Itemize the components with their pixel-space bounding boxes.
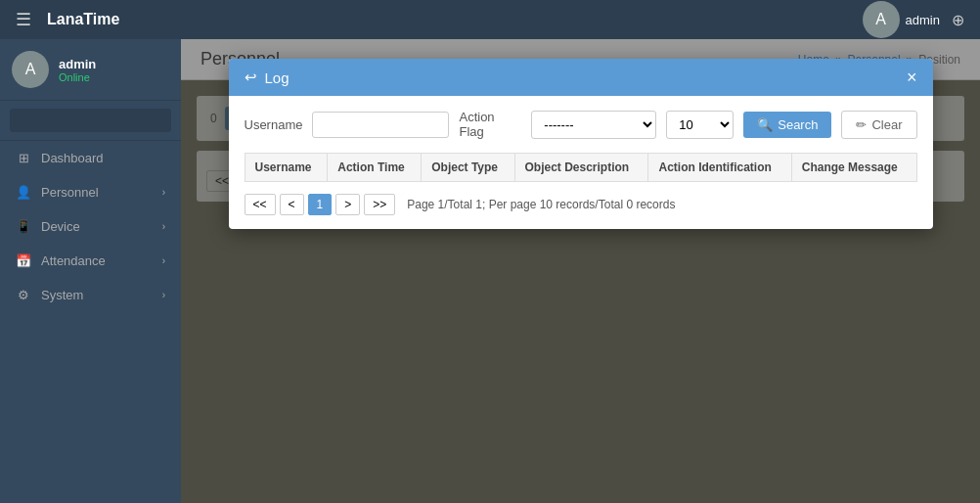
top-navigation: ☰ LanaTime A admin ⊕ [0, 0, 980, 39]
table-header: Username Action Time Object Type Object … [245, 154, 916, 182]
top-avatar: A [863, 1, 900, 38]
username-label: Username [245, 117, 303, 132]
modal-pagination-info: Page 1/Total 1; Per page 10 records/Tota… [407, 198, 675, 211]
share-icon[interactable]: ⊕ [952, 11, 964, 29]
col-action-time: Action Time [328, 154, 422, 182]
col-change-msg: Change Message [791, 154, 916, 182]
user-menu[interactable]: A admin [863, 1, 940, 38]
col-username: Username [245, 154, 328, 182]
modal-header: ↩ Log × [229, 59, 933, 96]
device-icon: 📱 [16, 219, 31, 234]
modal-overlay: ↩ Log × Username Action Flag ------- Cr [181, 39, 980, 503]
sidebar-item-label: System [41, 288, 83, 302]
sidebar: A admin Online ⊞ Dashboard 👤 Personnel ›… [0, 39, 181, 503]
search-icon: 🔍 [757, 117, 773, 132]
chevron-right-icon: › [162, 255, 165, 266]
log-table: Username Action Time Object Type Object … [245, 153, 917, 182]
modal-filter-row: Username Action Flag ------- Create Upda… [245, 110, 917, 139]
sidebar-item-personnel[interactable]: 👤 Personnel › [0, 175, 181, 209]
modal-clear-button[interactable]: ✏ Clear [841, 111, 916, 139]
modal-close-button[interactable]: × [907, 69, 917, 86]
modal-pag-last[interactable]: >> [364, 194, 395, 215]
sidebar-item-device[interactable]: 📱 Device › [0, 209, 181, 244]
sidebar-item-attendance[interactable]: 📅 Attendance › [0, 244, 181, 278]
log-modal: ↩ Log × Username Action Flag ------- Cr [229, 59, 933, 229]
sidebar-search-input[interactable] [10, 109, 171, 132]
per-page-select[interactable]: 10 25 50 100 [666, 111, 734, 139]
sidebar-item-label: Attendance [41, 253, 106, 268]
personnel-icon: 👤 [16, 185, 31, 200]
table-header-row: Username Action Time Object Type Object … [245, 154, 916, 182]
col-object-type: Object Type [422, 154, 514, 182]
modal-search-button[interactable]: 🔍 Search [743, 112, 831, 138]
top-username: admin [906, 13, 940, 27]
main-content: Personnel Home » Personnel » Position 0 … [181, 39, 980, 503]
sidebar-username: admin [59, 57, 96, 71]
col-object-desc: Object Description [514, 154, 648, 182]
modal-pagination: << < 1 > >> Page 1/Total 1; Per page 10 … [245, 194, 917, 215]
modal-pag-page[interactable]: 1 [308, 194, 333, 215]
hamburger-icon[interactable]: ☰ [16, 9, 31, 30]
chevron-right-icon: › [162, 187, 165, 198]
col-action-id: Action Identification [648, 154, 791, 182]
dashboard-icon: ⊞ [16, 151, 31, 165]
modal-pag-next[interactable]: > [335, 194, 360, 215]
sidebar-item-label: Dashboard [41, 151, 104, 165]
action-flag-label: Action Flag [459, 110, 521, 139]
username-input[interactable] [312, 112, 449, 138]
sidebar-item-label: Personnel [41, 185, 99, 200]
attendance-icon: 📅 [16, 253, 31, 268]
top-nav-left: ☰ LanaTime [16, 9, 119, 30]
sidebar-navigation: ⊞ Dashboard 👤 Personnel › 📱 Device › 📅 A… [0, 141, 181, 503]
sidebar-search-container [0, 101, 181, 141]
chevron-right-icon: › [162, 221, 165, 232]
action-flag-select[interactable]: ------- Create Update Delete [531, 111, 656, 139]
sidebar-user-info: A admin Online [0, 39, 181, 101]
sidebar-user-details: admin Online [59, 57, 96, 83]
sidebar-item-system[interactable]: ⚙ System › [0, 278, 181, 312]
top-nav-right: A admin ⊕ [863, 1, 964, 38]
modal-title-text: Log [265, 69, 290, 86]
search-button-label: Search [778, 117, 818, 132]
brand-logo: LanaTime [47, 11, 119, 28]
log-icon: ↩ [245, 69, 257, 86]
sidebar-item-label: Device [41, 219, 80, 234]
sidebar-item-dashboard[interactable]: ⊞ Dashboard [0, 141, 181, 175]
sidebar-status: Online [59, 71, 96, 83]
modal-pag-prev[interactable]: < [280, 194, 304, 215]
pencil-icon: ✏ [856, 117, 867, 132]
modal-pag-first[interactable]: << [245, 194, 276, 215]
modal-title: ↩ Log [245, 69, 290, 86]
modal-body: Username Action Flag ------- Create Upda… [229, 96, 933, 229]
clear-button-label: Clear [871, 117, 902, 132]
sidebar-avatar: A [12, 51, 49, 88]
main-layout: A admin Online ⊞ Dashboard 👤 Personnel ›… [0, 39, 980, 503]
system-icon: ⚙ [16, 288, 31, 302]
chevron-right-icon: › [162, 290, 165, 300]
